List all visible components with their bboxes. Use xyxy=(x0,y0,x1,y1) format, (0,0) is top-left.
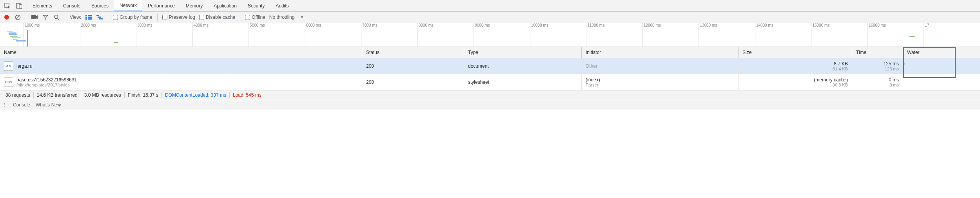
large-rows-icon[interactable] xyxy=(85,14,92,21)
cell-size-sub: 31.4 KB xyxy=(833,67,848,71)
cell-type: document xyxy=(464,58,582,74)
cell-waterfall xyxy=(903,58,980,74)
document-file-icon: < > xyxy=(4,61,13,71)
svg-rect-10 xyxy=(85,17,87,18)
search-icon[interactable] xyxy=(53,14,60,21)
request-path: /bitrix/templates/2017/styles xyxy=(16,83,77,87)
inspect-controls xyxy=(0,0,27,11)
summary-requests: 88 requests xyxy=(2,92,34,98)
svg-rect-9 xyxy=(88,15,92,16)
svg-line-4 xyxy=(16,16,20,19)
tab-memory[interactable]: Memory xyxy=(180,0,208,11)
tab-elements[interactable]: Elements xyxy=(27,0,58,11)
tab-application[interactable]: Application xyxy=(208,0,242,11)
summary-transferred: 14.6 KB transferred xyxy=(34,92,81,98)
col-name[interactable]: Name xyxy=(0,47,362,58)
inspect-element-icon[interactable] xyxy=(4,2,11,9)
cell-initiator: Other xyxy=(586,63,597,69)
network-toolbar: View: Group by frame Preserve log Disabl… xyxy=(0,12,980,23)
cell-time-sub: 125 ms xyxy=(885,67,899,71)
throttling-select[interactable]: No throttling ▼ xyxy=(269,14,304,20)
svg-rect-5 xyxy=(31,15,36,19)
record-button[interactable] xyxy=(3,14,10,21)
network-overview[interactable]: 1000 ms2000 ms3000 ms4000 ms5000 ms6000 … xyxy=(0,23,980,47)
cell-initiator-sub: Parser xyxy=(586,83,600,87)
device-toolbar-icon[interactable] xyxy=(16,2,23,9)
camera-icon[interactable] xyxy=(31,14,38,21)
disable-cache-checkbox[interactable]: Disable cache xyxy=(199,14,235,20)
drawer-tab-whatsnew[interactable]: What's New × xyxy=(36,102,62,108)
waterfall-view-icon[interactable] xyxy=(96,14,103,21)
tab-security[interactable]: Security xyxy=(242,0,270,11)
cell-size: 8.7 KB xyxy=(834,61,848,67)
cell-type: stylesheet xyxy=(464,74,582,90)
summary-domcontentloaded: DOMContentLoaded: 337 ms xyxy=(162,92,230,98)
group-by-frame-checkbox[interactable]: Group by frame xyxy=(113,14,152,20)
svg-line-7 xyxy=(58,18,59,20)
request-name: iarga.ru xyxy=(16,63,33,69)
table-row[interactable]: CSSbase.css?156232216598631/bitrix/templ… xyxy=(0,74,980,90)
network-summary: 88 requests 14.6 KB transferred 3.0 MB r… xyxy=(0,90,980,100)
svg-point-6 xyxy=(54,15,58,19)
table-header: Name Status Type Initiator Size Time Wat… xyxy=(0,47,980,58)
col-waterfall[interactable]: Water xyxy=(903,47,980,58)
tab-performance[interactable]: Performance xyxy=(142,0,180,11)
cell-status: 200 xyxy=(362,74,464,90)
cell-waterfall xyxy=(903,74,980,90)
svg-rect-15 xyxy=(98,17,101,18)
drawer-tab-console[interactable]: Console xyxy=(13,102,30,108)
drawer-tabstrip: ⋮ Console What's New × xyxy=(0,100,980,110)
col-time[interactable]: Time xyxy=(852,47,903,58)
cell-size-sub: 96.3 KB xyxy=(833,83,848,87)
col-status[interactable]: Status xyxy=(362,47,464,58)
summary-finish: Finish: 15.37 s xyxy=(125,92,162,98)
clear-icon[interactable] xyxy=(14,14,21,21)
col-type[interactable]: Type xyxy=(464,47,582,58)
cell-initiator: (index) xyxy=(586,77,600,83)
svg-rect-14 xyxy=(96,15,99,16)
table-row[interactable]: < >iarga.ru200documentOther8.7 KB31.4 KB… xyxy=(0,58,980,74)
tab-console[interactable]: Console xyxy=(58,0,86,11)
cell-time-sub: 0 ms xyxy=(889,83,899,87)
drawer-menu-icon[interactable]: ⋮ xyxy=(2,102,7,108)
tab-sources[interactable]: Sources xyxy=(86,0,114,11)
offline-checkbox[interactable]: Offline xyxy=(245,14,265,20)
svg-rect-13 xyxy=(88,18,92,20)
cell-time: 0 ms xyxy=(889,77,899,83)
network-table: Name Status Type Initiator Size Time Wat… xyxy=(0,47,980,90)
close-icon[interactable]: × xyxy=(59,102,62,108)
summary-load: Load: 545 ms xyxy=(230,92,265,98)
preserve-log-checkbox[interactable]: Preserve log xyxy=(162,14,195,20)
svg-rect-12 xyxy=(85,18,87,20)
cell-time: 125 ms xyxy=(884,61,899,67)
view-label: View: xyxy=(70,14,81,20)
svg-rect-16 xyxy=(99,18,103,20)
col-size[interactable]: Size xyxy=(739,47,852,58)
css-file-icon: CSS xyxy=(4,77,13,87)
devtools-tabstrip: Elements Console Sources Network Perform… xyxy=(0,0,980,12)
summary-resources: 3.0 MB resources xyxy=(81,92,125,98)
filter-icon[interactable] xyxy=(42,14,49,21)
tab-network[interactable]: Network xyxy=(114,0,142,11)
col-initiator[interactable]: Initiator xyxy=(582,47,739,58)
cell-size: (memory cache) xyxy=(814,77,848,83)
overview-bars xyxy=(0,30,980,47)
cell-status: 200 xyxy=(362,58,464,74)
svg-rect-2 xyxy=(19,5,22,9)
svg-rect-8 xyxy=(85,15,87,16)
request-name: base.css?156232216598631 xyxy=(16,77,77,83)
tab-audits[interactable]: Audits xyxy=(270,0,294,11)
svg-rect-11 xyxy=(88,17,92,18)
